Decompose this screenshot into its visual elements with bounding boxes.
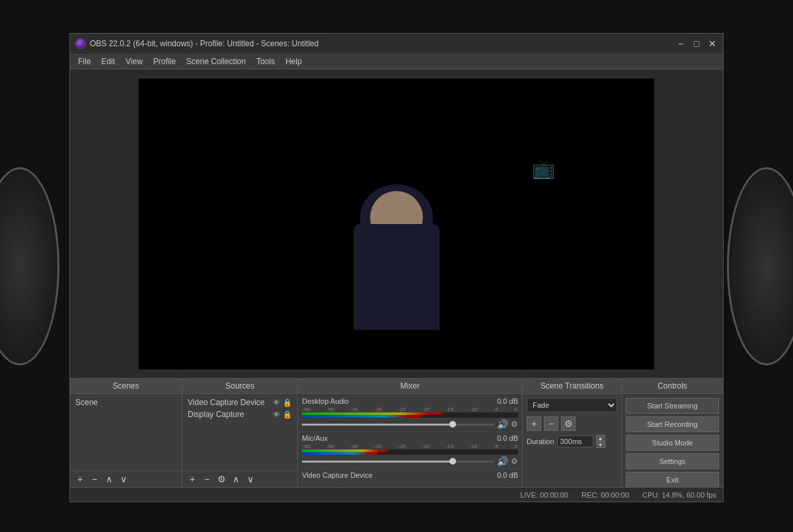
level-fill-blue-mic xyxy=(302,452,377,455)
channel-db-desktop: 0.0 dB xyxy=(497,397,518,405)
menu-help[interactable]: Help xyxy=(280,56,307,67)
sources-remove-button[interactable]: − xyxy=(201,473,213,485)
status-bar: LIVE: 00:00:00 REC: 00:00:00 CPU: 14.8%,… xyxy=(70,487,723,502)
scenes-panel-content: Scene xyxy=(70,394,182,471)
minimize-button[interactable]: − xyxy=(675,38,686,49)
level-meter-mic xyxy=(302,449,518,455)
source-icons-display: 👁 🔒 xyxy=(273,410,292,419)
channel-db-mic: 0.0 dB xyxy=(497,434,518,442)
volume-slider-thumb-mic[interactable] xyxy=(449,458,456,465)
sources-panel: Sources Video Capture Device 👁 🔒 Display… xyxy=(182,379,298,487)
duration-label: Duration xyxy=(527,437,554,445)
volume-slider-thumb-desktop[interactable] xyxy=(449,421,456,428)
mixer-channel-video: Video Capture Device 0.0 dB xyxy=(299,469,521,482)
level-meter-desktop xyxy=(302,412,518,418)
mixer-channel-mic: Mic/Aux 0.0 dB -60-50-40-30-25-20-15-10-… xyxy=(299,432,521,469)
sources-panel-footer: + − ⚙ ∧ ∨ xyxy=(182,471,297,487)
transition-buttons: + − ⚙ xyxy=(527,416,617,431)
menu-file[interactable]: File xyxy=(73,56,96,67)
close-button[interactable]: ✕ xyxy=(707,38,718,49)
menu-tools[interactable]: Tools xyxy=(251,56,280,67)
controls-content: Start Streaming Start Recording Studio M… xyxy=(622,394,723,487)
duration-spin: ▲ ▼ xyxy=(596,435,605,448)
source-item-video-capture[interactable]: Video Capture Device 👁 🔒 xyxy=(185,397,295,408)
start-streaming-button[interactable]: Start Streaming xyxy=(626,398,719,414)
transitions-panel-header: Scene Transitions xyxy=(523,379,621,394)
mixer-panel: Mixer Desktop Audio 0.0 dB -60-50-40-30-… xyxy=(298,379,523,487)
exit-button[interactable]: Exit xyxy=(626,472,719,487)
maximize-button[interactable]: □ xyxy=(691,38,702,49)
duration-row: Duration ▲ ▼ xyxy=(527,435,617,448)
channel-db-video: 0.0 dB xyxy=(497,471,518,479)
level-markers-mic: -60-50-40-30-25-20-15-10-50 xyxy=(302,443,518,449)
figure-body xyxy=(354,224,439,330)
lock-icon-video[interactable]: 🔒 xyxy=(283,399,292,407)
transition-add-button[interactable]: + xyxy=(527,416,541,431)
volume-slider-mic[interactable] xyxy=(302,461,494,463)
title-bar-left: OBS 22.0.2 (64-bit, windows) - Profile: … xyxy=(75,38,319,49)
status-live: LIVE: 00:00:00 xyxy=(520,491,568,499)
level-markers-desktop: -60-50-40-30-25-20-15-10-50 xyxy=(302,406,518,412)
scenes-down-button[interactable]: ∨ xyxy=(118,473,130,485)
mute-button-desktop[interactable]: 🔊 xyxy=(497,419,508,430)
menu-view[interactable]: View xyxy=(120,56,148,67)
duration-down-button[interactable]: ▼ xyxy=(596,441,605,448)
volume-slider-fill-mic xyxy=(302,461,456,463)
scenes-panel-header: Scenes xyxy=(70,379,182,394)
start-recording-button[interactable]: Start Recording xyxy=(626,416,719,432)
window-controls: − □ ✕ xyxy=(675,38,718,49)
title-bar: OBS 22.0.2 (64-bit, windows) - Profile: … xyxy=(70,34,723,54)
mixer-panel-header: Mixer xyxy=(298,379,522,394)
bg-decoration-right xyxy=(727,167,793,365)
menu-profile[interactable]: Profile xyxy=(148,56,181,67)
twitch-logo-icon: 📺 xyxy=(532,158,555,180)
sources-up-button[interactable]: ∧ xyxy=(230,473,242,485)
preview-area: chromaca... 📺 xyxy=(70,69,723,378)
mute-button-mic[interactable]: 🔊 xyxy=(497,456,508,467)
transition-config-button[interactable]: ⚙ xyxy=(561,416,576,431)
config-button-desktop[interactable]: ⚙ xyxy=(511,420,518,429)
transitions-content: Fade + − ⚙ Duration ▲ ▼ xyxy=(523,394,621,452)
config-button-mic[interactable]: ⚙ xyxy=(511,457,518,466)
obs-window: OBS 22.0.2 (64-bit, windows) - Profile: … xyxy=(69,33,724,502)
controls-panel-header: Controls xyxy=(622,379,723,394)
lock-icon-display[interactable]: 🔒 xyxy=(283,410,292,419)
menu-bar: File Edit View Profile Scene Collection … xyxy=(70,54,723,69)
mixer-channel-video-top: Video Capture Device 0.0 dB xyxy=(302,471,518,479)
duration-input[interactable] xyxy=(557,436,593,447)
mixer-channel-desktop: Desktop Audio 0.0 dB -60-50-40-30-25-20-… xyxy=(299,395,521,432)
bg-decoration-left xyxy=(0,167,59,365)
sources-panel-content: Video Capture Device 👁 🔒 Display Capture… xyxy=(182,394,297,471)
controls-panel: Controls Start Streaming Start Recording… xyxy=(622,379,723,487)
sources-panel-header: Sources xyxy=(182,379,297,394)
scene-item[interactable]: Scene xyxy=(73,397,179,408)
bottom-panels: Scenes Scene + − ∧ ∨ Sources Video Captu… xyxy=(70,378,723,487)
transition-select[interactable]: Fade xyxy=(527,398,617,412)
menu-edit[interactable]: Edit xyxy=(96,56,120,67)
channel-name-mic: Mic/Aux xyxy=(302,434,328,442)
source-name-display-capture: Display Capture xyxy=(188,410,244,419)
settings-button[interactable]: Settings xyxy=(626,453,719,469)
mixer-channel-mic-top: Mic/Aux 0.0 dB xyxy=(302,434,518,442)
transitions-panel: Scene Transitions Fade + − ⚙ Duration xyxy=(523,379,622,487)
source-item-display-capture[interactable]: Display Capture 👁 🔒 xyxy=(185,408,295,420)
channel-name-desktop: Desktop Audio xyxy=(302,397,349,405)
sources-config-button[interactable]: ⚙ xyxy=(215,473,227,485)
duration-up-button[interactable]: ▲ xyxy=(596,435,605,441)
mixer-channel-mic-bottom: 🔊 ⚙ xyxy=(302,456,518,467)
mixer-panel-content: Desktop Audio 0.0 dB -60-50-40-30-25-20-… xyxy=(298,394,522,487)
visibility-icon-video[interactable]: 👁 xyxy=(273,399,280,407)
studio-mode-button[interactable]: Studio Mode xyxy=(626,435,719,451)
scenes-remove-button[interactable]: − xyxy=(89,473,100,485)
sources-down-button[interactable]: ∨ xyxy=(245,473,256,485)
visibility-icon-display[interactable]: 👁 xyxy=(273,410,280,419)
transition-remove-button[interactable]: − xyxy=(544,416,558,431)
channel-name-video: Video Capture Device xyxy=(302,471,373,479)
sources-add-button[interactable]: + xyxy=(186,473,198,485)
scenes-add-button[interactable]: + xyxy=(74,473,86,485)
preview-canvas: chromaca... 📺 xyxy=(139,79,654,369)
menu-scene-collection[interactable]: Scene Collection xyxy=(181,56,251,67)
volume-slider-desktop[interactable] xyxy=(302,424,494,426)
scenes-up-button[interactable]: ∧ xyxy=(103,473,115,485)
mixer-channel-desktop-top: Desktop Audio 0.0 dB xyxy=(302,397,518,405)
